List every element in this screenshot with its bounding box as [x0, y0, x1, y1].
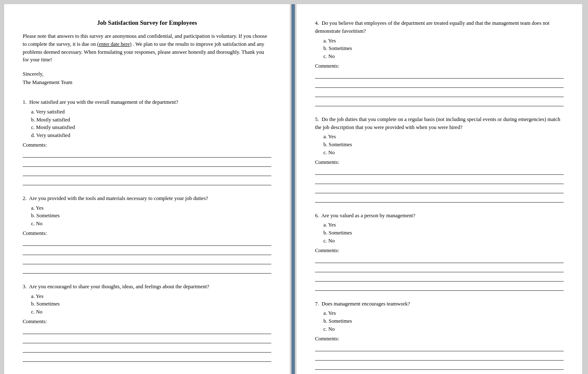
q4-options: a. Yes b. Sometimes c. No [315, 37, 564, 61]
comment-line[interactable] [315, 362, 564, 370]
comment-line[interactable] [315, 195, 564, 203]
question-2-text: 2. Are you provided with the tools and m… [23, 195, 271, 203]
q4-number: 4. [315, 20, 322, 26]
q7-comments-label: Comments: [315, 336, 564, 342]
comment-line[interactable] [23, 257, 271, 264]
comment-line[interactable] [315, 353, 564, 361]
list-item: c. No [323, 53, 564, 61]
comment-line[interactable] [315, 176, 564, 184]
q2-comment-lines [23, 238, 271, 274]
comment-line[interactable] [23, 238, 271, 246]
page-wrapper: Job Satisfaction Survey for Employees Pl… [4, 4, 584, 374]
sincerely: Sincerely, The Management Team [23, 70, 271, 87]
list-item: b. Mostly satisfied [31, 116, 271, 124]
q5-options: a. Yes b. Sometimes c. No [315, 133, 564, 156]
q3-comment-lines [23, 327, 271, 362]
list-item: a. Yes [31, 204, 271, 212]
question-5: 5. Do the job duties that you complete o… [315, 116, 564, 203]
comment-line[interactable] [23, 248, 271, 255]
q6-options: a. Yes b. Sometimes c. No [315, 221, 564, 245]
comment-line[interactable] [315, 274, 564, 282]
survey-title: Job Satisfaction Survey for Employees [23, 19, 271, 26]
list-item: a. Yes [323, 309, 564, 317]
question-1: 1. How satisfied are you with the overal… [23, 98, 271, 185]
comment-line[interactable] [315, 80, 564, 88]
q6-number: 6. [315, 213, 321, 219]
q5-number: 5. [315, 116, 322, 122]
list-item: b. Sometimes [323, 141, 564, 149]
q2-options: a. Yes b. Sometimes c. No [23, 204, 271, 228]
question-4: 4. Do you believe that employees of the … [315, 19, 564, 106]
comment-line[interactable] [315, 283, 564, 291]
comment-line[interactable] [23, 169, 271, 176]
closing-line2: The Management Team [23, 78, 271, 87]
list-item: a. Yes [323, 133, 564, 141]
page-right: 4. Do you believe that employees of the … [297, 4, 582, 374]
q3-options: a. Yes b. Sometimes c. No [23, 292, 271, 316]
comment-line[interactable] [23, 150, 271, 158]
comment-line[interactable] [23, 327, 271, 334]
question-7: 7. Does management encourages teamwork? … [315, 300, 564, 370]
comment-line[interactable] [23, 178, 271, 185]
question-4-text: 4. Do you believe that employees of the … [315, 19, 564, 35]
comment-line[interactable] [23, 354, 271, 362]
comment-line[interactable] [23, 345, 271, 353]
question-3-text: 3. Are you encouraged to share your thou… [23, 283, 271, 291]
intro-text: Please note that answers to this survey … [23, 32, 271, 64]
list-item: c. No [323, 325, 564, 333]
comment-line[interactable] [315, 344, 564, 351]
comment-line[interactable] [23, 336, 271, 343]
list-item: b. Sometimes [323, 317, 564, 325]
question-3: 3. Are you encouraged to share your thou… [23, 283, 271, 362]
q1-comments-label: Comments: [23, 142, 271, 148]
list-item: b. Sometimes [31, 300, 271, 308]
q7-options: a. Yes b. Sometimes c. No [315, 309, 564, 333]
list-item: a. Yes [323, 37, 564, 45]
page-left: Job Satisfaction Survey for Employees Pl… [4, 4, 290, 374]
list-item: d. Very unsatisfied [31, 132, 271, 140]
comment-line[interactable] [315, 167, 564, 175]
question-7-text: 7. Does management encourages teamwork? [315, 300, 564, 308]
q7-number: 7. [315, 301, 322, 307]
page-divider [291, 4, 295, 374]
question-6: 6. Are you valued as a person by managem… [315, 212, 564, 291]
q1-number: 1. [23, 99, 29, 105]
list-item: b. Sometimes [323, 45, 564, 53]
question-2: 2. Are you provided with the tools and m… [23, 195, 271, 274]
question-6-text: 6. Are you valued as a person by managem… [315, 212, 564, 220]
list-item: c. No [323, 237, 564, 245]
q6-comment-lines [315, 255, 564, 291]
q2-number: 2. [23, 195, 29, 201]
list-item: a. Yes [31, 292, 271, 300]
list-item: c. No [31, 308, 271, 316]
q2-comments-label: Comments: [23, 230, 271, 237]
comment-line[interactable] [23, 159, 271, 167]
comment-line[interactable] [315, 99, 564, 106]
q4-comments-label: Comments: [315, 63, 564, 69]
list-item: c. Mostly unsatisfied [31, 124, 271, 132]
closing-line1: Sincerely, [23, 70, 271, 78]
comment-line[interactable] [315, 90, 564, 97]
q3-number: 3. [23, 284, 29, 290]
list-item: a. Yes [323, 221, 564, 229]
q5-comment-lines [315, 167, 564, 203]
question-1-text: 1. How satisfied are you with the overal… [23, 98, 271, 106]
list-item: b. Sometimes [31, 212, 271, 220]
intro-link: (enter date here) [97, 41, 131, 47]
q3-comments-label: Comments: [23, 319, 271, 325]
q4-comment-lines [315, 71, 564, 106]
comment-line[interactable] [315, 265, 564, 272]
list-item: a. Very satisfied [31, 108, 271, 116]
list-item: b. Sometimes [323, 229, 564, 237]
comment-line[interactable] [315, 186, 564, 193]
list-item: c. No [31, 220, 271, 228]
q5-comments-label: Comments: [315, 159, 564, 166]
q1-comment-lines [23, 150, 271, 185]
comment-line[interactable] [23, 266, 271, 274]
question-5-text: 5. Do the job duties that you complete o… [315, 116, 564, 132]
q7-comment-lines [315, 344, 564, 370]
q6-comments-label: Comments: [315, 248, 564, 254]
comment-line[interactable] [315, 71, 564, 79]
q1-options: a. Very satisfied b. Mostly satisfied c.… [23, 108, 271, 140]
comment-line[interactable] [315, 255, 564, 263]
